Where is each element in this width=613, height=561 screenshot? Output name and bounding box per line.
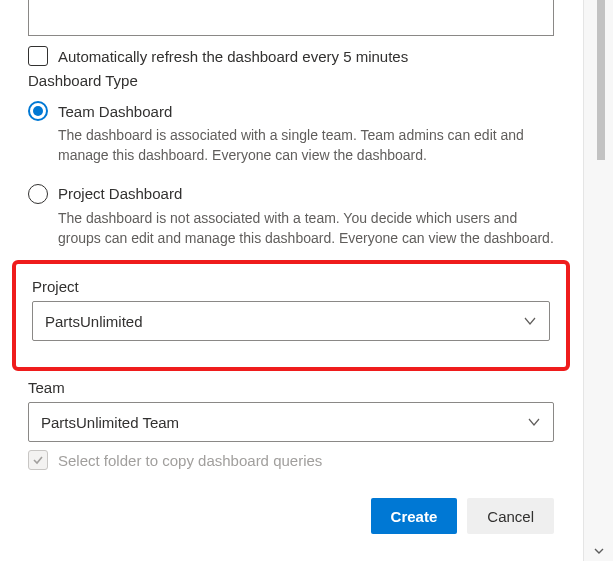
project-dashboard-option[interactable]: Project Dashboard The dashboard is not a… [28, 184, 554, 249]
team-dashboard-description: The dashboard is associated with a singl… [28, 125, 554, 166]
project-dashboard-label: Project Dashboard [58, 185, 182, 202]
team-dashboard-radio[interactable] [28, 101, 48, 121]
project-highlight-box: Project PartsUnlimited [12, 260, 570, 371]
description-input-partial[interactable] [28, 0, 554, 36]
team-field-label: Team [28, 379, 554, 396]
dialog-footer: Create Cancel [28, 498, 554, 534]
project-dropdown-value: PartsUnlimited [45, 313, 143, 330]
dashboard-type-group: Team Dashboard The dashboard is associat… [28, 101, 554, 248]
scrollbar-thumb[interactable] [597, 0, 605, 160]
project-dashboard-radio[interactable] [28, 184, 48, 204]
create-button[interactable]: Create [371, 498, 458, 534]
copy-queries-row: Select folder to copy dashboard queries [28, 450, 554, 470]
auto-refresh-row[interactable]: Automatically refresh the dashboard ever… [28, 46, 554, 66]
project-dashboard-description: The dashboard is not associated with a t… [28, 208, 554, 249]
dashboard-type-label: Dashboard Type [28, 72, 554, 89]
team-field: Team PartsUnlimited Team [28, 379, 554, 442]
cancel-button[interactable]: Cancel [467, 498, 554, 534]
project-dropdown[interactable]: PartsUnlimited [32, 301, 550, 341]
scroll-down-icon[interactable] [584, 541, 613, 561]
scrollbar-track[interactable] [583, 0, 613, 561]
team-dropdown-value: PartsUnlimited Team [41, 414, 179, 431]
chevron-down-icon [527, 415, 541, 429]
copy-queries-checkbox [28, 450, 48, 470]
project-field-label: Project [32, 278, 550, 295]
auto-refresh-label: Automatically refresh the dashboard ever… [58, 48, 408, 65]
team-dropdown[interactable]: PartsUnlimited Team [28, 402, 554, 442]
copy-queries-label: Select folder to copy dashboard queries [58, 452, 322, 469]
team-dashboard-option[interactable]: Team Dashboard The dashboard is associat… [28, 101, 554, 166]
auto-refresh-checkbox[interactable] [28, 46, 48, 66]
radio-dot-icon [33, 106, 43, 116]
team-dashboard-label: Team Dashboard [58, 103, 172, 120]
chevron-down-icon [523, 314, 537, 328]
